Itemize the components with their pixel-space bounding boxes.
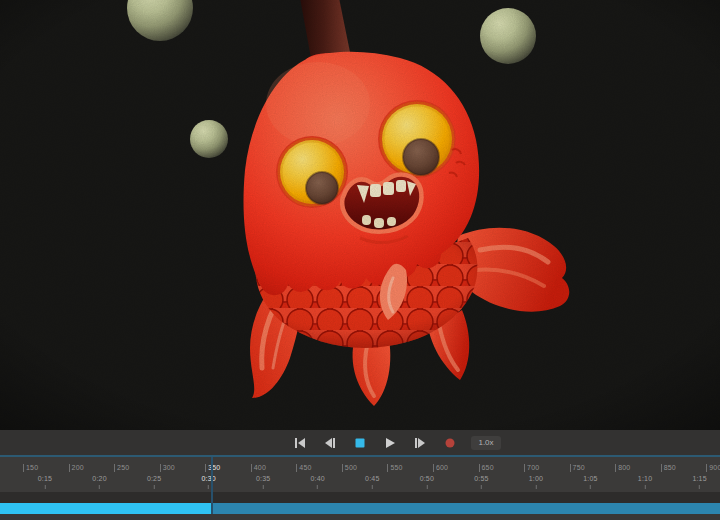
play-icon bbox=[385, 438, 395, 448]
time-tick-label: 0:25 bbox=[147, 475, 161, 489]
record-button[interactable] bbox=[441, 435, 459, 451]
playhead-line[interactable] bbox=[211, 457, 213, 514]
time-tick-label: 0:15 bbox=[38, 475, 52, 489]
time-tick-label: 0:20 bbox=[92, 475, 106, 489]
frame-tick-label: 250 bbox=[114, 464, 129, 472]
time-tick-label: 1:10 bbox=[638, 475, 652, 489]
frame-tick-label: 850 bbox=[661, 464, 676, 472]
playback-controls: 1.0x bbox=[291, 435, 500, 451]
time-tick-label: 1:00 bbox=[529, 475, 543, 489]
frame-tick-label: 700 bbox=[524, 464, 539, 472]
time-tick-label: 1:05 bbox=[583, 475, 597, 489]
timeline-track-strip bbox=[0, 492, 720, 503]
vignette-overlay bbox=[0, 0, 720, 430]
go-to-start-button[interactable] bbox=[291, 435, 309, 451]
frame-back-icon bbox=[324, 438, 336, 448]
time-tick-label: 0:45 bbox=[365, 475, 379, 489]
record-icon bbox=[445, 438, 455, 448]
frame-tick-label: 150 bbox=[23, 464, 38, 472]
time-tick-label: 0:50 bbox=[420, 475, 434, 489]
scrubber-progress bbox=[0, 503, 212, 514]
fish-artwork bbox=[0, 0, 720, 430]
frame-tick-label: 600 bbox=[433, 464, 448, 472]
frame-tick-label: 550 bbox=[387, 464, 402, 472]
timeline-ruler[interactable]: 1502002503003504004505005506006507007508… bbox=[0, 457, 720, 492]
animation-canvas bbox=[0, 0, 720, 430]
scrubber-bar[interactable] bbox=[0, 503, 720, 514]
skip-back-icon bbox=[294, 438, 306, 448]
frame-tick-label: 500 bbox=[342, 464, 357, 472]
transport-bar: 1.0x bbox=[0, 430, 720, 455]
time-tick-label: 0:30 bbox=[201, 475, 215, 489]
time-tick-label: 1:15 bbox=[692, 475, 706, 489]
time-tick-label: 0:35 bbox=[256, 475, 270, 489]
frame-tick-label: 300 bbox=[160, 464, 175, 472]
frame-tick-label: 450 bbox=[296, 464, 311, 472]
stop-icon bbox=[355, 438, 365, 448]
step-back-button[interactable] bbox=[321, 435, 339, 451]
time-tick-label: 0:55 bbox=[474, 475, 488, 489]
stop-button[interactable] bbox=[351, 435, 369, 451]
frame-tick-label: 400 bbox=[251, 464, 266, 472]
animation-editor-window: 1.0x 15020025030035040045050055060065070… bbox=[0, 0, 720, 520]
playback-speed-button[interactable]: 1.0x bbox=[471, 436, 500, 450]
play-button[interactable] bbox=[381, 435, 399, 451]
bottom-strip bbox=[0, 514, 720, 520]
frame-tick-label: 900 bbox=[706, 464, 720, 472]
step-forward-button[interactable] bbox=[411, 435, 429, 451]
frame-tick-label: 750 bbox=[570, 464, 585, 472]
frame-tick-label: 200 bbox=[69, 464, 84, 472]
frame-tick-label: 650 bbox=[479, 464, 494, 472]
time-tick-label: 0:40 bbox=[311, 475, 325, 489]
frame-forward-icon bbox=[414, 438, 426, 448]
frame-tick-label: 800 bbox=[615, 464, 630, 472]
